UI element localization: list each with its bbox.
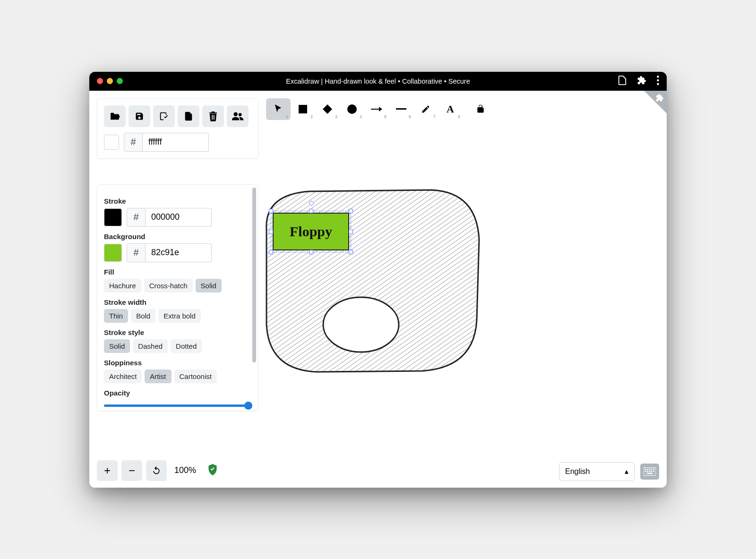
svg-point-0 xyxy=(657,76,659,77)
language-controls: English ▴ xyxy=(559,462,659,481)
svg-point-2 xyxy=(657,83,659,85)
save-button[interactable] xyxy=(129,105,150,127)
close-window-button[interactable] xyxy=(97,78,103,84)
hash-label: # xyxy=(127,243,146,262)
reset-icon xyxy=(152,466,161,475)
extension-icon[interactable] xyxy=(637,76,646,87)
reset-zoom-button[interactable] xyxy=(146,460,167,481)
tool-arrow[interactable]: 5 xyxy=(364,98,389,120)
svg-rect-13 xyxy=(653,468,654,470)
svg-rect-7 xyxy=(396,108,406,110)
window-title: Excalidraw | Hand-drawn look & feel • Co… xyxy=(89,77,667,85)
sloppiness-cartoonist[interactable]: Cartoonist xyxy=(174,370,217,383)
file-icon[interactable] xyxy=(618,76,627,87)
zoom-controls: + − 100% xyxy=(97,460,218,481)
canvas-bg-swatch[interactable] xyxy=(104,135,119,150)
language-value: English xyxy=(565,467,590,476)
stroke-thin[interactable]: Thin xyxy=(104,309,128,323)
unlock-icon xyxy=(476,104,485,114)
resize-handle-ne[interactable] xyxy=(349,209,353,213)
stroke-color-input[interactable] xyxy=(146,208,212,227)
tool-draw[interactable]: 7 xyxy=(413,98,438,120)
resize-handle-w[interactable] xyxy=(269,230,273,234)
minus-icon: − xyxy=(129,464,135,477)
stroke-style-solid[interactable]: Solid xyxy=(104,339,130,353)
circle-icon xyxy=(347,104,357,114)
text-icon: A xyxy=(447,103,454,115)
svg-point-1 xyxy=(657,79,659,81)
fill-cross-hatch[interactable]: Cross-hatch xyxy=(144,279,193,292)
stroke-swatch[interactable] xyxy=(104,208,122,226)
tool-rectangle[interactable]: 2 xyxy=(291,98,315,120)
export-button[interactable] xyxy=(178,105,199,127)
resize-handle-sw[interactable] xyxy=(269,250,273,254)
tool-text[interactable]: A 8 xyxy=(438,98,463,120)
sloppiness-architect[interactable]: Architect xyxy=(104,370,142,383)
lock-button[interactable] xyxy=(468,98,493,120)
app-window: Excalidraw | Hand-drawn look & feel • Co… xyxy=(89,72,667,488)
fill-label: Fill xyxy=(104,268,251,276)
tool-diamond[interactable]: 3 xyxy=(315,98,340,120)
zoom-out-button[interactable]: − xyxy=(121,460,142,481)
shape-text: Floppy xyxy=(290,224,332,240)
svg-rect-15 xyxy=(647,471,648,472)
keyboard-icon xyxy=(644,467,656,476)
maximize-window-button[interactable] xyxy=(117,78,123,84)
cursor-icon xyxy=(275,104,282,114)
properties-panel: Stroke # Background # Fill Hachure Cros xyxy=(97,184,258,411)
opacity-label: Opacity xyxy=(104,389,251,397)
stroke-style-options: Solid Dashed Dotted xyxy=(104,339,251,353)
resize-handle-s[interactable] xyxy=(309,250,313,254)
open-button[interactable] xyxy=(104,105,126,127)
line-icon xyxy=(396,108,406,110)
canvas-bg-input[interactable] xyxy=(143,133,209,152)
svg-rect-11 xyxy=(649,468,650,470)
save-icon xyxy=(135,112,144,121)
collaborate-button[interactable] xyxy=(227,105,249,127)
stroke-label: Stroke xyxy=(104,197,251,205)
resize-handle-e[interactable] xyxy=(349,230,353,234)
export-icon xyxy=(183,111,194,121)
properties-scrollbar[interactable] xyxy=(252,188,256,362)
stroke-bold[interactable]: Bold xyxy=(131,309,155,323)
zoom-value: 100% xyxy=(171,465,200,475)
svg-rect-5 xyxy=(299,105,307,113)
stroke-style-dotted[interactable]: Dotted xyxy=(171,339,202,353)
zoom-in-button[interactable]: + xyxy=(97,460,118,481)
background-swatch[interactable] xyxy=(104,244,122,262)
stroke-style-dashed[interactable]: Dashed xyxy=(133,339,168,353)
sloppiness-artist[interactable]: Artist xyxy=(145,370,171,383)
rotate-handle[interactable] xyxy=(309,201,314,206)
pencil-icon xyxy=(421,104,430,114)
opacity-slider[interactable] xyxy=(104,401,251,410)
clear-canvas-button[interactable] xyxy=(202,105,224,127)
arrow-icon xyxy=(371,106,382,112)
tool-ellipse[interactable]: 4 xyxy=(340,98,364,120)
resize-handle-se[interactable] xyxy=(349,250,353,254)
fill-hachure[interactable]: Hachure xyxy=(104,279,141,292)
background-color-input[interactable] xyxy=(146,243,212,262)
trash-icon xyxy=(209,111,217,121)
minimize-window-button[interactable] xyxy=(107,78,113,84)
library-icon xyxy=(655,94,664,102)
selected-shape-label[interactable]: Floppy xyxy=(273,213,349,250)
more-menu-icon[interactable] xyxy=(657,76,659,87)
stroke-width-options: Thin Bold Extra bold xyxy=(104,309,251,323)
stroke-style-label: Stroke style xyxy=(104,328,251,336)
encryption-shield-icon[interactable] xyxy=(207,464,218,477)
resize-handle-nw[interactable] xyxy=(269,209,273,213)
svg-point-4 xyxy=(323,297,399,352)
stroke-extra-bold[interactable]: Extra bold xyxy=(158,309,201,323)
language-select[interactable]: English ▴ xyxy=(559,462,635,481)
save-as-button[interactable] xyxy=(153,105,175,127)
tool-line[interactable]: 6 xyxy=(389,98,413,120)
tool-selection[interactable]: 1 xyxy=(266,98,291,120)
keyboard-shortcuts-button[interactable] xyxy=(640,464,659,480)
svg-point-6 xyxy=(347,104,357,114)
save-as-icon xyxy=(159,111,169,121)
fill-solid[interactable]: Solid xyxy=(196,279,222,292)
canvas-background-row: # xyxy=(104,133,251,152)
resize-handle-n[interactable] xyxy=(309,209,313,213)
sloppiness-label: Sloppiness xyxy=(104,359,251,367)
fill-options: Hachure Cross-hatch Solid xyxy=(104,279,251,292)
